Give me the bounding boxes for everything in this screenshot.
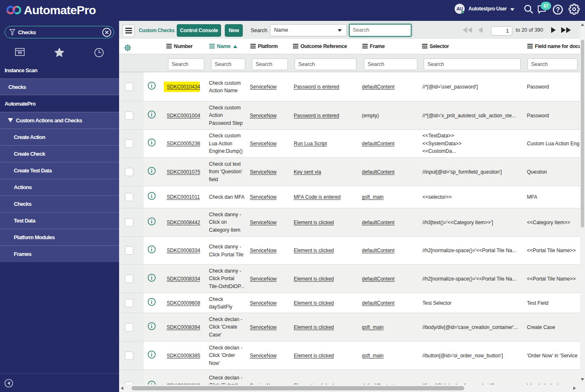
svg-text:?: ? <box>556 6 560 13</box>
